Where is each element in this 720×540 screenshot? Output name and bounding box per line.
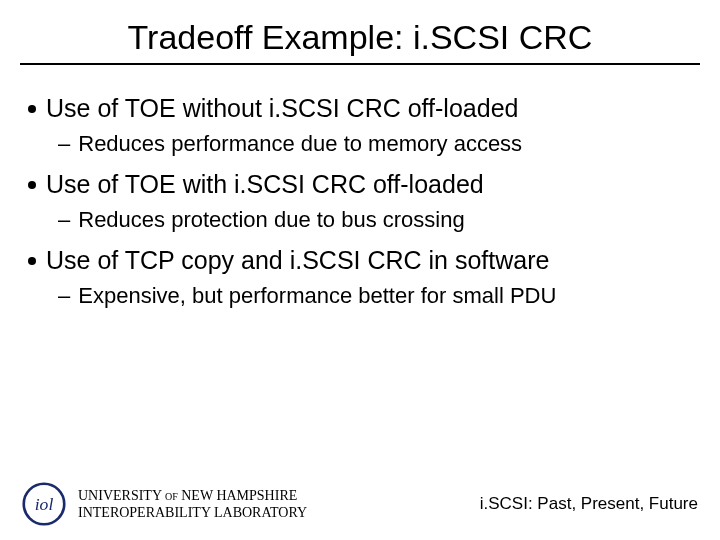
sub-bullet-text: Reduces protection due to bus crossing (78, 206, 464, 235)
bullet-text: Use of TOE without i.SCSI CRC off-loaded (46, 93, 518, 124)
slide: Tradeoff Example: i.SCSI CRC Use of TOE … (0, 0, 720, 540)
sub-bullet-text: Reduces performance due to memory access (78, 130, 522, 159)
slide-footer: iol UNIVERSITY of NEW HAMPSHIRE INTEROPE… (0, 482, 720, 526)
sub-bullet-item: – Expensive, but performance better for … (58, 282, 692, 311)
bullet-dot-icon (28, 105, 36, 113)
bullet-dot-icon (28, 181, 36, 189)
bullet-dot-icon (28, 257, 36, 265)
bullet-text: Use of TOE with i.SCSI CRC off-loaded (46, 169, 484, 200)
bullet-item: Use of TOE without i.SCSI CRC off-loaded (28, 93, 692, 124)
sub-bullet-text: Expensive, but performance better for sm… (78, 282, 556, 311)
bullet-item: Use of TCP copy and i.SCSI CRC in softwa… (28, 245, 692, 276)
footer-tagline: i.SCSI: Past, Present, Future (480, 494, 698, 514)
dash-icon: – (58, 206, 70, 235)
sub-bullet-item: – Reduces performance due to memory acce… (58, 130, 692, 159)
org-line-1: UNIVERSITY of NEW HAMPSHIRE (78, 487, 307, 505)
org-line-2: INTEROPERABILITY LABORATORY (78, 504, 307, 522)
title-underline (20, 63, 700, 65)
footer-left: iol UNIVERSITY of NEW HAMPSHIRE INTEROPE… (22, 482, 307, 526)
bullet-item: Use of TOE with i.SCSI CRC off-loaded (28, 169, 692, 200)
org-name: UNIVERSITY of NEW HAMPSHIRE INTEROPERABI… (78, 487, 307, 522)
dash-icon: – (58, 282, 70, 311)
slide-title: Tradeoff Example: i.SCSI CRC (0, 0, 720, 63)
sub-bullet-item: – Reduces protection due to bus crossing (58, 206, 692, 235)
bullet-text: Use of TCP copy and i.SCSI CRC in softwa… (46, 245, 549, 276)
iol-logo-icon: iol (22, 482, 66, 526)
slide-content: Use of TOE without i.SCSI CRC off-loaded… (0, 75, 720, 311)
svg-text:iol: iol (35, 494, 54, 514)
dash-icon: – (58, 130, 70, 159)
